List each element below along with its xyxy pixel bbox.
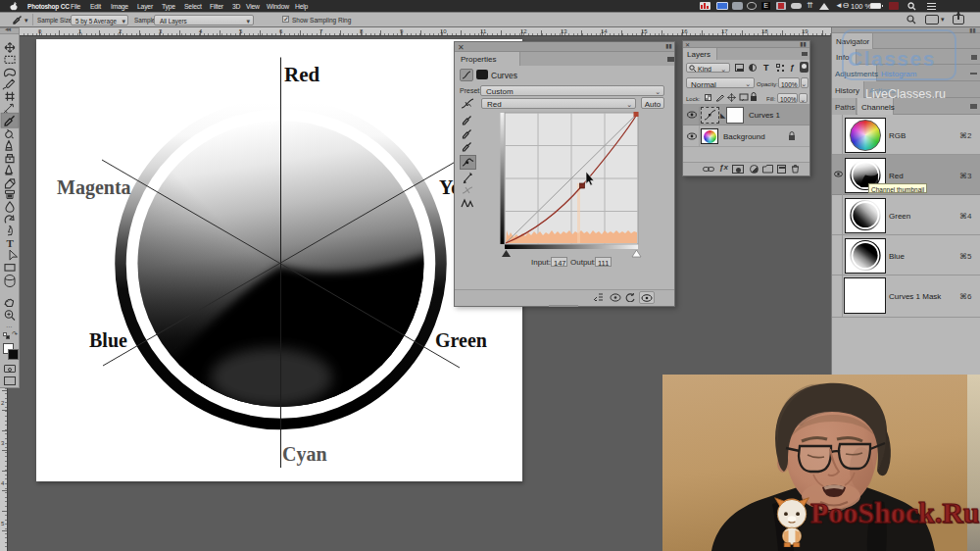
svg-text:Magenta: Magenta bbox=[57, 176, 131, 199]
svg-text:Green: Green bbox=[435, 329, 487, 351]
svg-text:T: T bbox=[7, 237, 15, 249]
svg-text:Blue: Blue bbox=[89, 329, 127, 351]
svg-text:Red: Red bbox=[284, 63, 319, 86]
svg-text:Cyan: Cyan bbox=[282, 443, 327, 466]
